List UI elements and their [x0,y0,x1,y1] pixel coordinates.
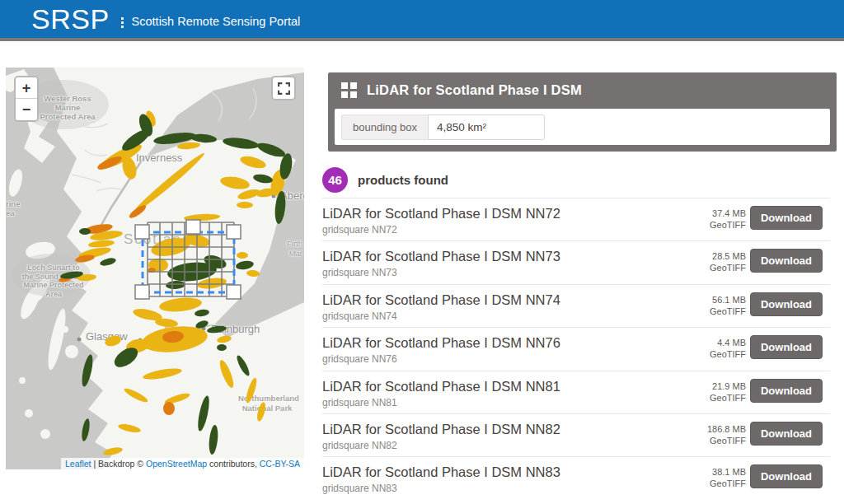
app-header: SRSP Scottish Remote Sensing Portal [0,0,844,41]
panel-title: LiDAR for Scotland Phase I DSM [367,82,582,98]
product-format: GeoTIFF [688,435,746,446]
product-list: LiDAR for Scotland Phase I DSM NN72 grid… [322,198,830,500]
product-row: LiDAR for Scotland Phase I DSM NN73 grid… [322,240,830,283]
bounding-box-label: bounding box [341,114,428,140]
app-subtitle: Scottish Remote Sensing Portal [132,15,301,28]
product-size: 4.4 MB [688,337,746,348]
map-zoom-control: + − [14,76,39,122]
fullscreen-icon [278,82,290,95]
map-panel[interactable]: Wester Ross Marine Protected Area rine e… [6,68,304,469]
product-row: LiDAR for Scotland Phase I DSM NN81 grid… [322,371,830,413]
product-size: 56.1 MB [688,294,746,306]
grid-icon [341,82,357,98]
bbox-handle-top-middle[interactable] [186,220,200,234]
zoom-out-button[interactable]: − [16,99,37,120]
results-label: products found [358,173,448,187]
product-meta: 4.4 MB GeoTIFF [688,337,746,360]
download-button[interactable]: Download [750,422,823,446]
product-row: LiDAR for Scotland Phase I DSM NN83 grid… [322,456,830,499]
product-format: GeoTIFF [688,219,746,231]
product-format: GeoTIFF [688,306,746,317]
results-count-badge: 46 [322,167,348,193]
product-row: LiDAR for Scotland Phase I DSM NN82 grid… [322,413,830,456]
product-meta: 186.8 MB GeoTIFF [688,423,746,446]
map-overlay [6,68,304,469]
fullscreen-button[interactable] [271,76,296,100]
product-meta: 28.5 MB GeoTIFF [688,250,746,273]
bbox-handle-top-right[interactable] [227,225,241,239]
download-button[interactable]: Download [750,292,823,316]
bounding-box-filter: bounding box [335,109,830,145]
product-panel-header: LiDAR for Scotland Phase I DSM bounding … [328,72,837,152]
product-format: GeoTIFF [688,478,746,489]
product-row: LiDAR for Scotland Phase I DSM NN72 grid… [322,198,830,240]
leaflet-link[interactable]: Leaflet [65,459,91,469]
download-button[interactable]: Download [750,249,823,273]
bbox-handle-top-left[interactable] [135,225,149,239]
product-size: 37.4 MB [688,208,746,219]
product-format: GeoTIFF [688,262,746,273]
zoom-in-button[interactable]: + [16,77,37,99]
download-button[interactable]: Download [750,379,823,403]
attribution-text: | Backdrop © [91,459,147,469]
product-size: 38.1 MB [688,466,746,478]
product-size: 28.5 MB [688,250,746,262]
bbox-handle-bottom-left[interactable] [135,285,149,299]
brand-logo[interactable]: SRSP [31,3,110,35]
product-meta: 21.9 MB GeoTIFF [688,380,746,404]
product-meta: 38.1 MB GeoTIFF [688,466,746,489]
osm-link[interactable]: OpenStreetMap [146,459,207,469]
results-bar: 46 products found [322,167,448,193]
product-row: LiDAR for Scotland Phase I DSM NN74 grid… [322,284,830,327]
product-size: 21.9 MB [688,380,746,392]
product-format: GeoTIFF [688,392,746,404]
download-button[interactable]: Download [750,335,823,359]
product-size: 186.8 MB [688,423,746,435]
attribution-text2: contributors, [207,459,260,469]
product-meta: 37.4 MB GeoTIFF [688,208,746,231]
product-format: GeoTIFF [688,348,746,360]
bounding-box-input[interactable] [428,114,545,140]
download-button[interactable]: Download [750,464,823,488]
product-row: LiDAR for Scotland Phase I DSM NN76 grid… [322,327,830,370]
bbox-handle-bottom-right[interactable] [227,285,241,299]
map-attribution: Leaflet | Backdrop © OpenStreetMap contr… [61,458,304,469]
product-meta: 56.1 MB GeoTIFF [688,294,746,317]
brand-separator-icon [121,17,124,28]
license-link[interactable]: CC-BY-SA [260,459,300,469]
download-button[interactable]: Download [750,206,823,230]
